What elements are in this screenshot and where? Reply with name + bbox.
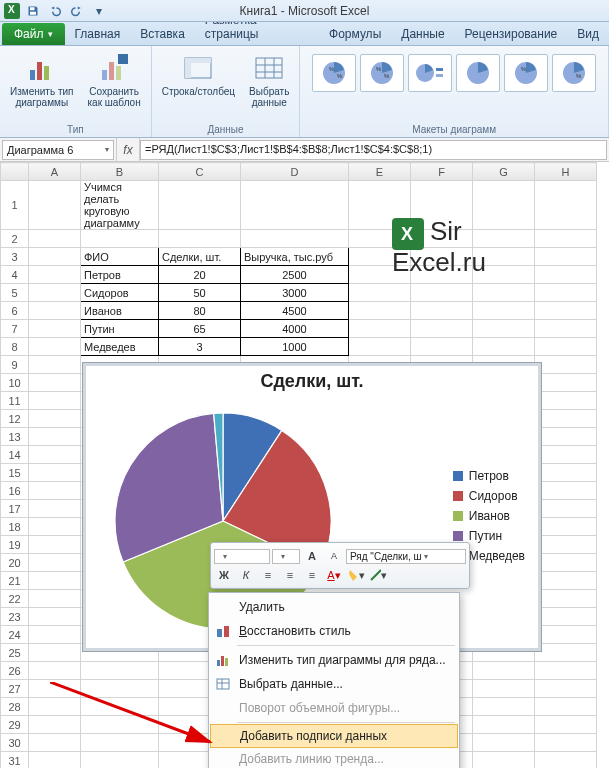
select-data-button[interactable]: Выбрать данные	[245, 50, 293, 110]
cell[interactable]	[349, 338, 411, 356]
cell[interactable]	[29, 266, 81, 284]
cell[interactable]	[159, 181, 241, 230]
cell[interactable]	[29, 302, 81, 320]
tab-formulas[interactable]: Формулы	[319, 23, 391, 45]
row-header-17[interactable]: 17	[1, 500, 29, 518]
cell[interactable]	[81, 680, 159, 698]
cell[interactable]	[349, 320, 411, 338]
cell[interactable]	[29, 428, 81, 446]
cell[interactable]	[535, 554, 597, 572]
switch-row-column-button[interactable]: Строка/столбец	[158, 50, 239, 110]
cell[interactable]	[535, 392, 597, 410]
cell[interactable]	[29, 644, 81, 662]
cell[interactable]	[535, 230, 597, 248]
row-header-16[interactable]: 16	[1, 482, 29, 500]
cell[interactable]	[29, 590, 81, 608]
layout-tile-4[interactable]	[456, 54, 500, 92]
row-header-9[interactable]: 9	[1, 356, 29, 374]
row-header-28[interactable]: 28	[1, 698, 29, 716]
cell[interactable]	[29, 482, 81, 500]
cell[interactable]	[349, 284, 411, 302]
cell[interactable]	[535, 644, 597, 662]
cell[interactable]	[29, 608, 81, 626]
qat-customize-icon[interactable]: ▾	[90, 3, 108, 19]
cell[interactable]	[29, 554, 81, 572]
fill-color-icon[interactable]: ▾	[346, 566, 366, 584]
save-template-button[interactable]: Сохранить как шаблон	[83, 50, 144, 110]
cell[interactable]	[241, 181, 349, 230]
cell[interactable]	[535, 410, 597, 428]
cell[interactable]	[535, 536, 597, 554]
row-header-13[interactable]: 13	[1, 428, 29, 446]
cell[interactable]	[535, 374, 597, 392]
cell[interactable]	[473, 716, 535, 734]
align-left-icon[interactable]: ≡	[258, 566, 278, 584]
col-header-A[interactable]: A	[29, 163, 81, 181]
cell[interactable]	[535, 181, 597, 230]
cell[interactable]	[535, 608, 597, 626]
chart-title[interactable]: Сделки, шт.	[83, 371, 541, 392]
ctx-add-data-labels[interactable]: Добавить подписи данных	[210, 724, 458, 748]
cell[interactable]	[535, 338, 597, 356]
row-header-21[interactable]: 21	[1, 572, 29, 590]
row-header-14[interactable]: 14	[1, 446, 29, 464]
layout-tile-1[interactable]: %%	[312, 54, 356, 92]
cell[interactable]	[535, 446, 597, 464]
chart-layouts-gallery[interactable]: %% %% % %	[308, 50, 600, 96]
layout-tile-2[interactable]: %%	[360, 54, 404, 92]
cell[interactable]	[535, 302, 597, 320]
cell[interactable]	[29, 698, 81, 716]
layout-tile-5[interactable]: %	[504, 54, 548, 92]
cell[interactable]	[411, 302, 473, 320]
worksheet-area[interactable]: A B C D E F G H 1Учимся делать круговую …	[0, 162, 609, 768]
cell[interactable]	[473, 680, 535, 698]
cell[interactable]: ФИО	[81, 248, 159, 266]
row-header-5[interactable]: 5	[1, 284, 29, 302]
cell[interactable]: 20	[159, 266, 241, 284]
col-header-E[interactable]: E	[349, 163, 411, 181]
row-header-1[interactable]: 1	[1, 181, 29, 230]
cell[interactable]	[241, 230, 349, 248]
cell[interactable]	[473, 734, 535, 752]
cell[interactable]	[473, 284, 535, 302]
cell[interactable]	[81, 662, 159, 680]
cell[interactable]	[535, 680, 597, 698]
row-header-3[interactable]: 3	[1, 248, 29, 266]
row-header-8[interactable]: 8	[1, 338, 29, 356]
cell[interactable]	[535, 248, 597, 266]
row-header-30[interactable]: 30	[1, 734, 29, 752]
cell[interactable]	[29, 680, 81, 698]
row-header-2[interactable]: 2	[1, 230, 29, 248]
legend-item[interactable]: Петров	[453, 469, 525, 483]
cell[interactable]	[535, 356, 597, 374]
col-header-B[interactable]: B	[81, 163, 159, 181]
cell[interactable]	[29, 392, 81, 410]
cell[interactable]: Медведев	[81, 338, 159, 356]
cell[interactable]	[473, 338, 535, 356]
cell[interactable]	[535, 716, 597, 734]
row-header-29[interactable]: 29	[1, 716, 29, 734]
cell[interactable]: Петров	[81, 266, 159, 284]
col-header-D[interactable]: D	[241, 163, 349, 181]
cell[interactable]	[411, 320, 473, 338]
cell[interactable]: Сидоров	[81, 284, 159, 302]
row-header-18[interactable]: 18	[1, 518, 29, 536]
cell[interactable]	[29, 181, 81, 230]
cell[interactable]	[29, 518, 81, 536]
row-header-27[interactable]: 27	[1, 680, 29, 698]
cell[interactable]: 1000	[241, 338, 349, 356]
undo-icon[interactable]	[46, 3, 64, 19]
cell[interactable]	[535, 752, 597, 769]
row-header-20[interactable]: 20	[1, 554, 29, 572]
cell[interactable]	[535, 698, 597, 716]
row-header-31[interactable]: 31	[1, 752, 29, 769]
cell[interactable]	[535, 428, 597, 446]
cell[interactable]	[411, 284, 473, 302]
row-header-4[interactable]: 4	[1, 266, 29, 284]
cell[interactable]	[29, 662, 81, 680]
legend-item[interactable]: Иванов	[453, 509, 525, 523]
cell[interactable]: Выручка, тыс.руб	[241, 248, 349, 266]
font-size-select[interactable]	[272, 549, 300, 564]
col-header-C[interactable]: C	[159, 163, 241, 181]
ctx-reset-style[interactable]: Восстановить стиль	[209, 619, 459, 643]
